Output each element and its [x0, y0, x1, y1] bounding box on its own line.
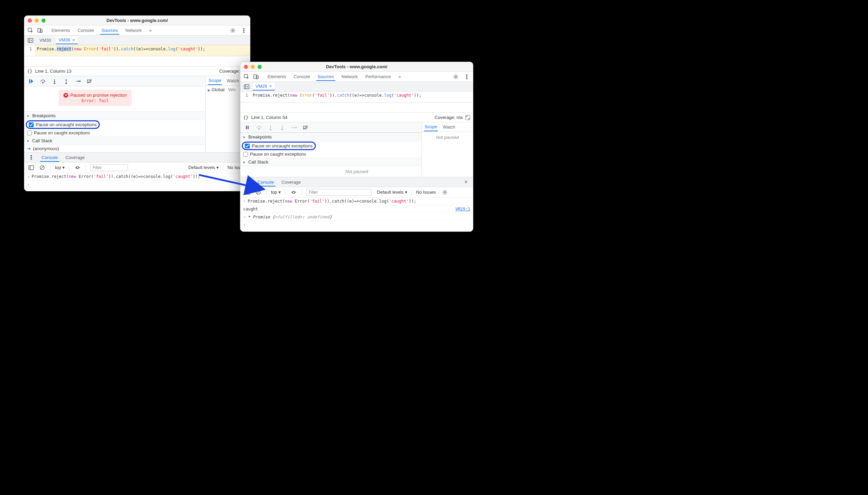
device-toolbar-icon[interactable] — [252, 73, 260, 81]
file-tab-vm30[interactable]: VM30 — [37, 37, 54, 44]
chevron-down-icon: ▾ — [216, 165, 219, 170]
filter-input[interactable]: Filter — [306, 189, 371, 196]
file-tab-vm29[interactable]: VM29 × — [253, 83, 275, 90]
code-line[interactable]: Promise.reject(new Error('fail')).catch(… — [35, 45, 250, 56]
device-toolbar-icon[interactable] — [36, 26, 44, 35]
tab-network[interactable]: Network — [124, 26, 143, 35]
console-prompt[interactable]: › — [240, 221, 473, 229]
console-prompt[interactable]: › — [24, 181, 250, 188]
console-source-link[interactable]: VM29:1 — [455, 207, 470, 212]
svg-point-19 — [31, 157, 32, 158]
close-tab-icon[interactable]: × — [269, 84, 272, 89]
checkbox-input[interactable] — [27, 131, 32, 135]
line-number: 1 — [24, 45, 35, 56]
issues-status[interactable]: No Issues — [416, 190, 436, 195]
tab-elements[interactable]: Elements — [50, 26, 71, 35]
close-tab-icon[interactable]: × — [72, 37, 75, 43]
deactivate-breakpoints-icon[interactable] — [301, 123, 310, 132]
live-expression-icon[interactable] — [289, 188, 298, 196]
file-tab-vm39[interactable]: VM39 × — [56, 36, 78, 44]
checkbox-input[interactable] — [29, 122, 34, 127]
disclosure-triangle-icon — [242, 134, 247, 140]
console-settings-icon[interactable] — [441, 188, 449, 196]
tab-console[interactable]: Console — [76, 26, 95, 35]
svg-point-39 — [270, 129, 271, 130]
close-icon[interactable] — [244, 65, 248, 69]
context-selector[interactable]: top▾ — [271, 190, 281, 195]
log-levels-selector[interactable]: Default levels▾ — [188, 165, 219, 170]
code-editor[interactable]: 1 Promise.reject(new Error('fail')).catc… — [24, 45, 250, 56]
tab-elements[interactable]: Elements — [266, 72, 287, 81]
disclosure-triangle-icon[interactable]: ▶ — [249, 215, 250, 219]
tab-performance[interactable]: Performance — [364, 72, 392, 81]
tab-network[interactable]: Network — [340, 72, 359, 81]
close-drawer-icon[interactable]: × — [462, 178, 470, 186]
chevron-down-icon: ▾ — [278, 190, 281, 195]
deactivate-breakpoints-icon[interactable] — [85, 77, 94, 85]
clear-console-icon[interactable] — [38, 164, 46, 172]
filter-input[interactable]: Filter — [90, 164, 128, 171]
inspect-icon[interactable] — [242, 73, 251, 81]
window-title: DevTools - www.google.com/ — [28, 18, 247, 23]
pause-uncaught-checkbox[interactable]: Pause on uncaught exceptions — [26, 120, 100, 129]
step-over-icon[interactable] — [39, 77, 47, 85]
code-line[interactable]: Promise.reject(new Error('fail')).catch(… — [251, 92, 473, 102]
code-editor[interactable]: 1 Promise.reject(new Error('fail')).catc… — [240, 92, 473, 102]
minimize-icon[interactable] — [35, 19, 39, 23]
close-icon[interactable] — [28, 19, 32, 23]
navigator-toggle-icon[interactable] — [242, 83, 251, 91]
clear-console-icon[interactable] — [254, 188, 262, 196]
gear-icon[interactable] — [452, 73, 460, 81]
inspect-icon[interactable] — [26, 26, 35, 35]
maximize-icon[interactable] — [41, 19, 46, 23]
tab-watch[interactable]: Watch — [226, 77, 240, 85]
tab-console[interactable]: Console — [292, 72, 311, 81]
pause-uncaught-checkbox[interactable]: Pause on uncaught exceptions — [242, 142, 316, 150]
navigator-toggle-icon[interactable] — [26, 36, 35, 45]
step-into-icon[interactable] — [50, 77, 59, 85]
drawer-tab-coverage[interactable]: Coverage — [64, 153, 86, 162]
live-expression-icon[interactable] — [73, 164, 82, 172]
step-out-icon[interactable] — [62, 77, 70, 85]
tab-more[interactable]: » — [148, 26, 153, 35]
checkbox-input[interactable] — [243, 152, 248, 157]
pause-icon[interactable] — [243, 123, 251, 132]
expand-icon[interactable] — [465, 115, 470, 120]
resume-icon[interactable] — [27, 77, 35, 85]
console-input-line: › Promise.reject(new Error('fail')).catc… — [24, 173, 250, 181]
gear-icon[interactable] — [229, 26, 237, 35]
tab-sources[interactable]: Sources — [316, 72, 335, 81]
svg-point-31 — [466, 76, 467, 77]
braces-icon[interactable]: {} — [27, 69, 33, 74]
titlebar[interactable]: DevTools - www.google.com/ — [240, 62, 473, 72]
kebab-menu-icon[interactable] — [240, 26, 248, 35]
drawer-tabs: Console Coverage × — [240, 177, 473, 187]
file-tabs: VM30 VM39 × — [24, 36, 250, 45]
drawer-tabs: Console Coverage — [24, 152, 250, 162]
log-levels-selector[interactable]: Default levels▾ — [377, 190, 407, 195]
braces-icon[interactable]: {} — [243, 115, 249, 120]
drawer-tab-console[interactable]: Console — [256, 178, 275, 186]
drawer-tab-console[interactable]: Console — [40, 153, 59, 162]
sidebar-toggle-icon[interactable] — [243, 188, 251, 196]
tab-scope[interactable]: Scope — [424, 123, 438, 131]
maximize-icon[interactable] — [258, 65, 262, 69]
drawer-menu-icon[interactable] — [243, 178, 251, 186]
sidebar-toggle-icon[interactable] — [27, 164, 35, 172]
svg-point-43 — [296, 127, 297, 128]
coverage-status: Coverage: n/a — [435, 115, 463, 120]
checkbox-input[interactable] — [245, 144, 250, 148]
window-title: DevTools - www.google.com/ — [244, 64, 469, 69]
minimize-icon[interactable] — [251, 65, 255, 69]
titlebar[interactable]: DevTools - www.google.com/ — [24, 16, 250, 25]
context-selector[interactable]: top▾ — [55, 165, 65, 170]
drawer-menu-icon[interactable] — [27, 153, 35, 161]
panel-tabs-row: Elements Console Sources Network Perform… — [240, 72, 473, 82]
kebab-menu-icon[interactable] — [463, 73, 471, 81]
tab-scope[interactable]: Scope — [208, 76, 222, 85]
tab-watch[interactable]: Watch — [442, 123, 456, 131]
tab-more[interactable]: » — [397, 72, 402, 81]
drawer-tab-coverage[interactable]: Coverage — [280, 178, 302, 186]
step-icon[interactable] — [74, 77, 82, 85]
tab-sources[interactable]: Sources — [100, 26, 119, 35]
